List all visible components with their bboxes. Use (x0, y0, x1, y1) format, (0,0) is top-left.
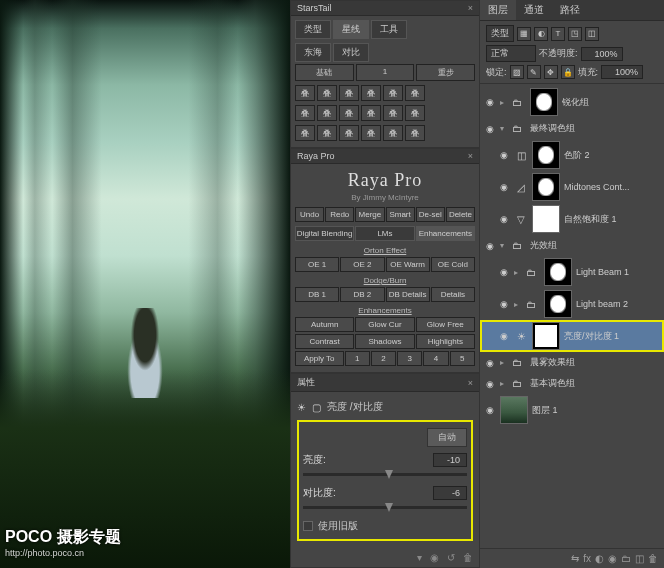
st-g6[interactable]: 叠 (295, 105, 315, 121)
lock-all-icon[interactable]: 🔒 (561, 65, 575, 79)
rp-merge[interactable]: Merge (355, 207, 384, 222)
filter-smart-icon[interactable]: ◫ (585, 27, 599, 41)
glowcur[interactable]: Glow Cur (355, 317, 414, 332)
group-name[interactable]: 晨雾效果组 (530, 356, 660, 369)
group-new-icon[interactable]: 🗀 (621, 553, 631, 564)
rp-smart[interactable]: Smart (386, 207, 415, 222)
st-g9[interactable]: 叠 (361, 105, 381, 121)
st-g1[interactable]: 叠 (317, 85, 337, 101)
rp-delete[interactable]: Delete (446, 207, 475, 222)
st-g7[interactable]: 叠 (317, 105, 337, 121)
st-g10[interactable]: 叠 (383, 105, 403, 121)
rp-redo[interactable]: Redo (325, 207, 354, 222)
tab-layers[interactable]: 图层 (480, 0, 516, 20)
st-tab-1[interactable]: 星线 (333, 20, 369, 39)
group-name[interactable]: 基本调色组 (530, 377, 660, 390)
st-g17[interactable]: 叠 (405, 125, 425, 141)
db2[interactable]: DB 2 (340, 287, 384, 302)
filter-text-icon[interactable]: T (551, 27, 565, 41)
collapse-icon[interactable]: ▸ (514, 268, 522, 277)
st-g14[interactable]: 叠 (339, 125, 359, 141)
highlights[interactable]: Highlights (416, 334, 475, 349)
lock-trans-icon[interactable]: ▨ (510, 65, 524, 79)
legacy-checkbox[interactable] (303, 521, 313, 531)
a1[interactable]: 1 (345, 351, 370, 366)
eye-icon[interactable]: ◉ (498, 213, 510, 225)
st-g4[interactable]: 叠 (383, 85, 403, 101)
collapse-icon[interactable]: ▸ (500, 358, 508, 367)
applyto[interactable]: Apply To (295, 351, 344, 366)
st-tab2-0[interactable]: 东海 (295, 43, 331, 62)
rp-tab-db[interactable]: Digital Blending (295, 226, 354, 241)
layer-beam2-group[interactable]: ◉▸🗀 Light beam 2 (480, 288, 664, 320)
st-tab2-1[interactable]: 对比 (333, 43, 369, 62)
st-g8[interactable]: 叠 (339, 105, 359, 121)
collapse-icon[interactable]: ▸ (514, 300, 522, 309)
link-icon[interactable]: ⇆ (571, 553, 579, 564)
a2[interactable]: 2 (371, 351, 396, 366)
reset-icon[interactable]: ↺ (447, 552, 455, 563)
st-base[interactable]: 基础 (295, 64, 354, 81)
collapse-icon[interactable]: ▾ (500, 241, 508, 250)
eye-icon[interactable]: ◉ (498, 298, 510, 310)
details[interactable]: Details (431, 287, 475, 302)
collapse-icon[interactable]: ▸ (500, 98, 508, 107)
eye-icon[interactable]: ◉ (430, 552, 439, 563)
mask-new-icon[interactable]: ◐ (595, 553, 604, 564)
auto-button[interactable]: 自动 (427, 428, 467, 447)
fx-icon[interactable]: fx (583, 553, 591, 564)
tab-paths[interactable]: 路径 (552, 0, 588, 20)
layer-mask-thumb[interactable] (530, 88, 558, 116)
layer-mask-thumb[interactable] (544, 290, 572, 318)
st-g2[interactable]: 叠 (339, 85, 359, 101)
eye-icon[interactable]: ◉ (498, 181, 510, 193)
group-basecolor[interactable]: ◉▸🗀 基本调色组 (480, 373, 664, 394)
a5[interactable]: 5 (450, 351, 475, 366)
layer-levels2[interactable]: ◉◫ 色阶 2 (480, 139, 664, 171)
layer-beam1-group[interactable]: ◉▸🗀 Light Beam 1 (480, 256, 664, 288)
st-g5[interactable]: 叠 (405, 85, 425, 101)
layer-sharpen-group[interactable]: ◉▸🗀 锐化组 (480, 86, 664, 118)
layer-thumb[interactable] (500, 396, 528, 424)
st-g12[interactable]: 叠 (295, 125, 315, 141)
filter-shape-icon[interactable]: ◳ (568, 27, 582, 41)
tab-channels[interactable]: 通道 (516, 0, 552, 20)
shadows[interactable]: Shadows (355, 334, 414, 349)
layer-name[interactable]: Light beam 2 (576, 299, 660, 309)
fill-input[interactable]: 100% (601, 65, 643, 79)
a3[interactable]: 3 (397, 351, 422, 366)
brightness-value[interactable]: -10 (433, 453, 467, 467)
layer-midtones[interactable]: ◉◿ Midtones Cont... (480, 171, 664, 203)
layer-mask-thumb[interactable] (532, 322, 560, 350)
contrast-slider[interactable] (303, 506, 467, 509)
blend-mode[interactable]: 正常 (486, 45, 536, 62)
eye-icon[interactable]: ◉ (498, 330, 510, 342)
adj-new-icon[interactable]: ◉ (608, 553, 617, 564)
layer-mask-thumb[interactable] (532, 141, 560, 169)
rp-tab-enh[interactable]: Enhancements (416, 226, 475, 241)
group-fog[interactable]: ◉▸🗀 晨雾效果组 (480, 352, 664, 373)
trash-icon[interactable]: 🗑 (463, 552, 473, 563)
rp-desel[interactable]: De-sel (416, 207, 445, 222)
filter-adj-icon[interactable]: ◐ (534, 27, 548, 41)
lock-pixel-icon[interactable]: ✎ (527, 65, 541, 79)
eye-icon[interactable]: ◉ (484, 404, 496, 416)
contrast-value[interactable]: -6 (433, 486, 467, 500)
collapse-icon[interactable]: ▸ (500, 379, 508, 388)
st-g16[interactable]: 叠 (383, 125, 403, 141)
st-step[interactable]: 重步 (416, 64, 475, 81)
rp-undo[interactable]: Undo (295, 207, 324, 222)
brightness-slider[interactable] (303, 473, 467, 476)
st-g0[interactable]: 叠 (295, 85, 315, 101)
autumn[interactable]: Autumn (295, 317, 354, 332)
close-icon[interactable]: × (468, 3, 473, 13)
group-name[interactable]: 光效组 (530, 239, 660, 252)
eye-icon[interactable]: ◉ (484, 378, 496, 390)
st-g3[interactable]: 叠 (361, 85, 381, 101)
oe2[interactable]: OE 2 (340, 257, 384, 272)
oecold[interactable]: OE Cold (431, 257, 475, 272)
oe1[interactable]: OE 1 (295, 257, 339, 272)
layer-name[interactable]: 锐化组 (562, 96, 660, 109)
glowfree[interactable]: Glow Free (416, 317, 475, 332)
layer-name[interactable]: 图层 1 (532, 404, 660, 417)
